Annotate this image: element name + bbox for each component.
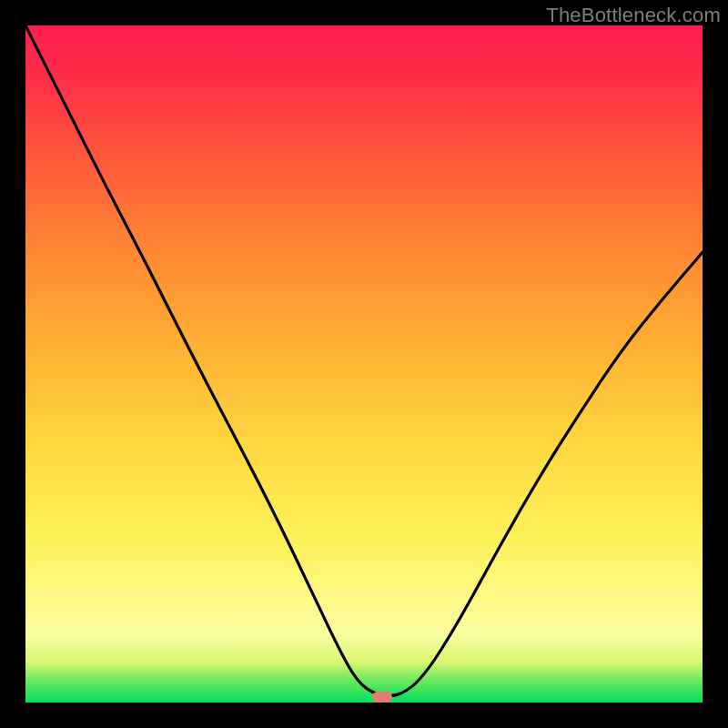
watermark-text: TheBottleneck.com bbox=[546, 4, 721, 27]
plot-area bbox=[25, 25, 703, 703]
bottleneck-curve bbox=[25, 25, 703, 703]
curve-path bbox=[25, 25, 703, 696]
optimal-marker bbox=[372, 692, 392, 703]
chart-frame: TheBottleneck.com bbox=[0, 0, 728, 728]
